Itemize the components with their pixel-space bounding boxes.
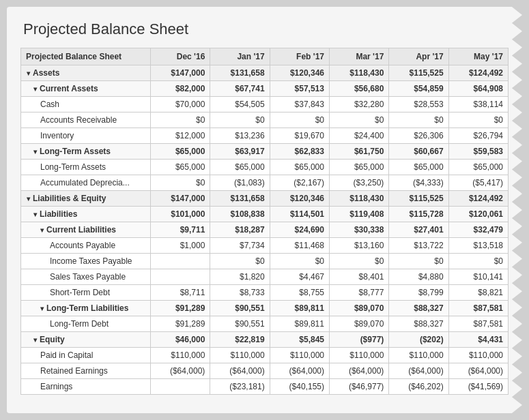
toggle-arrow-icon[interactable]: ▾ — [27, 195, 30, 202]
row-label[interactable]: Retained Earnings — [21, 363, 151, 379]
row-value: $120,346 — [270, 191, 329, 207]
row-value: ($64,000) — [329, 363, 388, 379]
row-value: $62,833 — [270, 144, 329, 160]
row-label[interactable]: Income Taxes Payable — [21, 254, 151, 269]
row-label[interactable]: Accounts Receivable — [21, 112, 151, 128]
row-value: ($40,155) — [270, 379, 329, 395]
row-value: $22,819 — [210, 332, 270, 348]
column-header-date: Jan '17 — [210, 48, 270, 65]
row-label[interactable]: ▾ Long-Term Liabilities — [21, 301, 151, 316]
row-value: $5,845 — [270, 332, 329, 348]
row-label[interactable]: Accumulated Deprecia... — [21, 175, 151, 191]
table-row: ▾ Liabilities$101,000$108,838$114,501$11… — [21, 207, 509, 222]
row-value: $24,690 — [270, 222, 329, 238]
table-row: Earnings($23,181)($40,155)($46,977)($46,… — [21, 379, 509, 395]
toggle-arrow-icon[interactable]: ▾ — [33, 148, 37, 155]
row-value: $87,581 — [448, 316, 508, 332]
page-container: Projected Balance Sheet Projected Balanc… — [7, 7, 522, 413]
table-row: Income Taxes Payable$0$0$0$0$0 — [21, 254, 509, 269]
row-value: $61,750 — [329, 144, 388, 160]
row-label-text: Liabilities & Equity — [33, 194, 106, 203]
row-value — [151, 379, 210, 395]
row-value: $89,811 — [270, 301, 329, 316]
row-value: $115,525 — [389, 65, 448, 81]
row-value: $118,430 — [329, 191, 388, 207]
row-label[interactable]: Short-Term Debt — [21, 285, 151, 301]
page-title: Projected Balance Sheet — [20, 20, 509, 38]
row-value: ($64,000) — [210, 363, 270, 379]
toggle-arrow-icon[interactable]: ▾ — [33, 211, 37, 218]
row-value: $124,492 — [448, 191, 508, 207]
row-label[interactable]: Earnings — [21, 379, 151, 395]
toggle-arrow-icon[interactable]: ▾ — [33, 336, 37, 344]
row-value: $26,306 — [389, 128, 448, 144]
row-value: $4,467 — [270, 269, 329, 285]
row-value: $82,000 — [151, 81, 210, 97]
row-label-text: Liabilities — [40, 209, 77, 219]
row-value: $64,908 — [448, 81, 508, 97]
row-value: $65,000 — [210, 160, 270, 175]
row-value: ($977) — [329, 332, 388, 348]
row-value: $119,408 — [329, 207, 388, 222]
row-label[interactable]: Cash — [21, 97, 151, 112]
row-value: $8,401 — [329, 269, 388, 285]
row-label[interactable]: Long-Term Debt — [21, 316, 151, 332]
row-label[interactable]: ▾ Liabilities & Equity — [21, 191, 151, 207]
table-row: Short-Term Debt$8,711$8,733$8,755$8,777$… — [21, 285, 509, 301]
row-value: $110,000 — [151, 348, 210, 363]
row-value: $0 — [329, 254, 388, 269]
row-value: $89,070 — [329, 316, 388, 332]
row-value: $90,551 — [210, 316, 270, 332]
table-row: Long-Term Assets$65,000$65,000$65,000$65… — [21, 160, 509, 175]
row-value — [151, 254, 210, 269]
row-label[interactable]: ▾ Long-Term Assets — [21, 144, 151, 160]
row-value: $89,811 — [270, 316, 329, 332]
row-value: $115,728 — [389, 207, 448, 222]
row-label[interactable]: ▾ Liabilities — [21, 207, 151, 222]
row-label[interactable]: Long-Term Assets — [21, 160, 151, 175]
row-value: $8,799 — [389, 285, 448, 301]
row-value: $10,141 — [448, 269, 508, 285]
row-value: ($64,000) — [389, 363, 448, 379]
row-value: $4,431 — [448, 332, 508, 348]
toggle-arrow-icon[interactable]: ▾ — [27, 70, 30, 77]
row-value: $1,000 — [151, 238, 210, 254]
row-value: $8,711 — [151, 285, 210, 301]
toggle-arrow-icon[interactable]: ▾ — [33, 85, 37, 93]
row-label[interactable]: Paid in Capital — [21, 348, 151, 363]
table-row: Accumulated Deprecia...$0($1,083)($2,167… — [21, 175, 509, 191]
row-value: $131,658 — [210, 191, 270, 207]
row-label-text: Equity — [40, 335, 65, 344]
row-label[interactable]: ▾ Assets — [21, 65, 151, 81]
toggle-arrow-icon[interactable]: ▾ — [40, 305, 44, 312]
row-label-text: Long-Term Assets — [40, 147, 111, 156]
row-value: $110,000 — [448, 348, 508, 363]
table-row: ▾ Current Liabilities$9,711$18,287$24,69… — [21, 222, 509, 238]
row-value: ($46,202) — [389, 379, 448, 395]
row-value: $65,000 — [270, 160, 329, 175]
row-label[interactable]: Accounts Payable — [21, 238, 151, 254]
row-value: ($3,250) — [329, 175, 388, 191]
row-value: $56,680 — [329, 81, 388, 97]
row-value — [151, 269, 210, 285]
table-row: ▾ Liabilities & Equity$147,000$131,658$1… — [21, 191, 509, 207]
row-label[interactable]: ▾ Current Assets — [21, 81, 151, 97]
row-value: $0 — [389, 254, 448, 269]
row-label[interactable]: Inventory — [21, 128, 151, 144]
row-value: $110,000 — [210, 348, 270, 363]
row-value: $60,667 — [389, 144, 448, 160]
row-value: $59,583 — [448, 144, 508, 160]
row-value: $91,289 — [151, 301, 210, 316]
row-value: $110,000 — [329, 348, 388, 363]
row-value: $120,346 — [270, 65, 329, 81]
row-value: $0 — [270, 112, 329, 128]
row-label[interactable]: ▾ Equity — [21, 332, 151, 348]
row-value: $32,479 — [448, 222, 508, 238]
row-label[interactable]: ▾ Current Liabilities — [21, 222, 151, 238]
row-value: $65,000 — [448, 160, 508, 175]
row-label[interactable]: Sales Taxes Payable — [21, 269, 151, 285]
row-value: $26,794 — [448, 128, 508, 144]
row-value: $65,000 — [389, 160, 448, 175]
row-value: $110,000 — [270, 348, 329, 363]
toggle-arrow-icon[interactable]: ▾ — [40, 226, 44, 234]
